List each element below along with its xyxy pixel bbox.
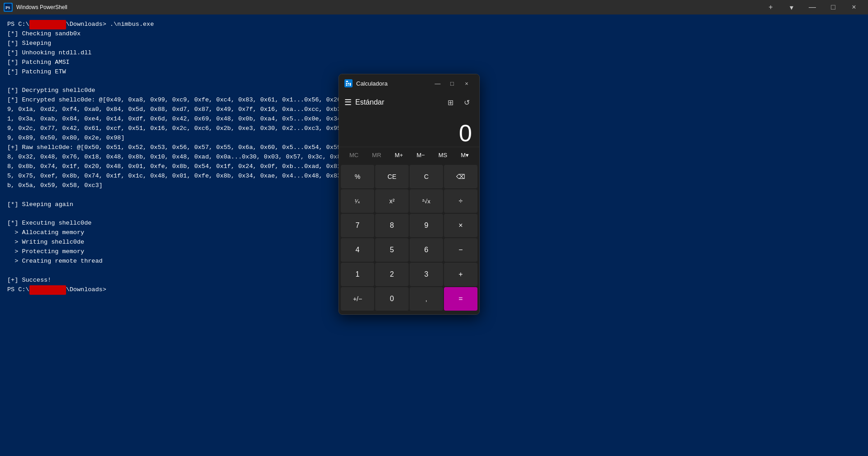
tab-list-button[interactable]: ▾ — [781, 0, 802, 14]
term-line-3: [*] Sleeping — [7, 39, 861, 48]
calc-minimize-button[interactable]: — — [430, 78, 445, 89]
calc-equals-button[interactable]: = — [444, 287, 477, 311]
calc-9-button[interactable]: 9 — [410, 214, 443, 237]
calc-7-button[interactable]: 7 — [341, 214, 374, 237]
term-line-2: [*] Checking sandb0x — [7, 29, 861, 39]
calc-subtract-button[interactable]: − — [444, 238, 477, 262]
svg-rect-4 — [346, 83, 348, 84]
calc-close-button[interactable]: × — [459, 78, 474, 89]
calc-header-actions: ⊞ ↺ — [443, 95, 474, 110]
calc-3-button[interactable]: 3 — [410, 263, 443, 286]
calc-divide-button[interactable]: ÷ — [444, 189, 477, 213]
calc-decimal-button[interactable]: , — [410, 287, 443, 311]
calc-ce-button[interactable]: CE — [375, 165, 409, 188]
calc-history-button[interactable]: ↺ — [459, 95, 474, 110]
term-line-5: [*] Patching AMSI — [7, 58, 861, 67]
calc-multiply-button[interactable]: × — [444, 214, 477, 237]
svg-rect-5 — [346, 85, 348, 86]
svg-rect-3 — [346, 81, 348, 82]
calc-titlebar: Calculadora — □ × — [339, 74, 479, 92]
calc-8-button[interactable]: 8 — [375, 214, 409, 237]
calc-2-button[interactable]: 2 — [375, 263, 409, 286]
calc-display-value: 0 — [459, 121, 472, 145]
calc-add-button[interactable]: + — [444, 263, 477, 286]
calc-4-button[interactable]: 4 — [341, 238, 374, 262]
calc-c-button[interactable]: C — [410, 165, 443, 188]
calc-mplus-button[interactable]: M+ — [392, 150, 405, 160]
calc-square-button[interactable]: x² — [375, 189, 409, 213]
calc-reciprocal-button[interactable]: ¹⁄ₓ — [341, 189, 374, 213]
calc-0-button[interactable]: 0 — [375, 287, 409, 311]
svg-rect-6 — [348, 83, 349, 84]
calc-maximize-button[interactable]: □ — [445, 78, 459, 89]
taskbar-title: Windows PowerShell — [16, 4, 760, 10]
calculator-app-icon — [344, 79, 353, 87]
minimize-button[interactable]: — — [802, 0, 823, 14]
svg-text:PS: PS — [5, 5, 10, 10]
close-button[interactable]: × — [844, 0, 864, 14]
calc-6-button[interactable]: 6 — [410, 238, 443, 262]
svg-rect-8 — [350, 83, 351, 86]
new-tab-button[interactable]: + — [760, 0, 781, 14]
calc-mode-switch-button[interactable]: ⊞ — [443, 95, 458, 110]
calc-sqrt-button[interactable]: ²√x — [410, 189, 443, 213]
calc-mview-button[interactable]: M▾ — [458, 150, 472, 160]
calc-title: Calculadora — [356, 80, 430, 87]
calc-mr-button[interactable]: MR — [369, 150, 384, 160]
calc-mode-header: ☰ Estándar ⊞ ↺ — [339, 92, 479, 110]
calc-mc-button[interactable]: MC — [347, 150, 361, 160]
taskbar: PS Windows PowerShell + ▾ — □ × — [0, 0, 868, 14]
svg-rect-7 — [348, 85, 349, 86]
calc-display: 0 — [339, 110, 479, 147]
calc-mode-label: Estándar — [355, 98, 443, 106]
calc-memory-row: MC MR M+ M− MS M▾ — [339, 147, 479, 163]
hamburger-icon[interactable]: ☰ — [344, 97, 352, 107]
powershell-icon: PS — [4, 3, 13, 12]
calc-backspace-button[interactable]: ⌫ — [444, 165, 477, 188]
calc-ms-button[interactable]: MS — [436, 150, 450, 160]
maximize-button[interactable]: □ — [823, 0, 844, 14]
calc-5-button[interactable]: 5 — [375, 238, 409, 262]
calc-button-grid: % CE C ⌫ ¹⁄ₓ x² ²√x ÷ 7 8 9 × 4 5 6 − 1 … — [339, 163, 479, 314]
calc-negate-button[interactable]: +/− — [341, 287, 374, 311]
calc-mminus-button[interactable]: M− — [414, 150, 427, 160]
calc-1-button[interactable]: 1 — [341, 263, 374, 286]
redacted-path-1: __________ — [29, 20, 66, 29]
taskbar-controls: + ▾ — □ × — [760, 0, 864, 14]
calculator-window: Calculadora — □ × ☰ Estándar ⊞ ↺ 0 MC MR… — [339, 74, 480, 315]
term-line-4: [*] Unhooking ntdll.dll — [7, 48, 861, 58]
calc-window-controls: — □ × — [430, 78, 474, 89]
term-line-1: PS C:\__________\Downloads> .\nimbus.exe — [7, 20, 861, 29]
calc-percent-button[interactable]: % — [341, 165, 374, 188]
redacted-path-2: __________ — [29, 285, 66, 295]
